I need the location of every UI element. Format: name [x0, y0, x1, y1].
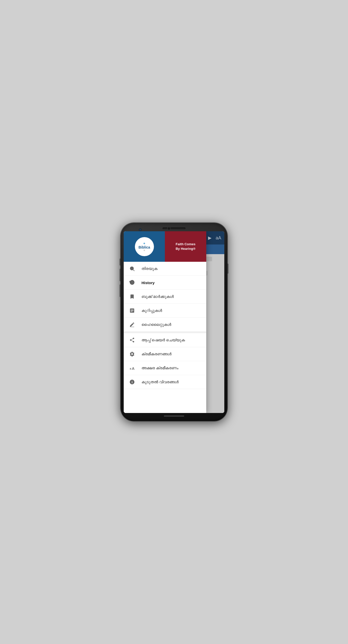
about-label: കൂടുതൽ വിവരങ്ങൾ	[141, 380, 179, 384]
notes-icon	[129, 307, 135, 314]
fcbh-section: Faith Comes By Hearing®	[165, 231, 206, 262]
phone-screen: ▶ aA മല ✦ Bibl	[124, 231, 224, 413]
history-label: History	[141, 281, 155, 285]
font-settings-label: അക്ഷര ക്രമീകരണം	[141, 366, 178, 370]
svg-line-1	[133, 270, 134, 271]
menu-item-search[interactable]: തിരയുക	[124, 262, 206, 276]
svg-point-8	[130, 339, 132, 341]
biblica-section: ✦ Biblica ®	[124, 231, 165, 262]
svg-rect-3	[131, 310, 134, 310]
drawer-menu: തിരയുക History	[124, 262, 206, 413]
speaker-grille	[163, 227, 185, 229]
menu-item-highlights[interactable]: ഹൈലൈറ്റുകൾ	[124, 318, 206, 332]
menu-item-history[interactable]: History	[124, 276, 206, 290]
share-label: ആപ്പ് ഷെയർ ചെയ്യുക	[141, 338, 185, 342]
volume-up-button	[120, 258, 121, 266]
svg-point-17	[132, 381, 132, 381]
svg-point-9	[133, 341, 134, 343]
history-icon	[129, 279, 135, 286]
menu-item-notes[interactable]: കുറിപ്പുകൾ	[124, 304, 206, 318]
menu-item-share[interactable]: ആപ്പ് ഷെയർ ചെയ്യുക	[124, 332, 206, 347]
settings-icon	[129, 351, 135, 357]
svg-point-0	[130, 267, 134, 270]
svg-rect-5	[131, 311, 133, 312]
svg-point-7	[133, 338, 134, 339]
logo-trademark: ®	[144, 249, 145, 252]
svg-line-10	[131, 340, 133, 341]
svg-text:A: A	[132, 366, 135, 371]
camera	[139, 228, 141, 231]
search-icon	[129, 265, 135, 272]
fcbh-line1: Faith Comes	[176, 242, 196, 246]
menu-item-about[interactable]: കൂടുതൽ വിവരങ്ങൾ	[124, 375, 206, 389]
fcbh-logo-text: Faith Comes By Hearing®	[176, 242, 195, 251]
highlight-icon	[129, 321, 135, 328]
biblica-name: Biblica	[138, 246, 150, 249]
menu-item-settings[interactable]: ക്രമീകരണങ്ങൾ	[124, 347, 206, 361]
font-icon: a A	[129, 365, 135, 371]
logo-star: ✦	[143, 241, 146, 246]
svg-line-11	[131, 339, 133, 340]
info-icon	[129, 379, 135, 385]
home-indicator	[164, 416, 184, 417]
power-button	[227, 264, 228, 274]
svg-rect-4	[131, 311, 134, 311]
font-size-icon: aA	[216, 235, 221, 241]
settings-label: ക്രമീകരണങ്ങൾ	[141, 352, 171, 356]
svg-text:a: a	[130, 367, 132, 370]
menu-item-font-settings[interactable]: a A അക്ഷര ക്രമീകരണം	[124, 361, 206, 375]
bookmarks-label: ബുക്ക് മാർക്കുകൾ	[141, 294, 174, 299]
fcbh-line2: By Hearing®	[176, 247, 195, 251]
drawer-header: ✦ Biblica ® Faith Comes By Hearing®	[124, 231, 206, 262]
svg-rect-6	[130, 327, 134, 327]
silent-button	[120, 284, 121, 297]
audio-icon: ▶	[208, 235, 212, 241]
search-label: തിരയുക	[141, 266, 157, 271]
bookmark-icon	[129, 293, 135, 300]
phone-frame: ▶ aA മല ✦ Bibl	[121, 223, 227, 421]
biblica-logo: ✦ Biblica ®	[135, 237, 154, 256]
highlights-label: ഹൈലൈറ്റുകൾ	[141, 322, 171, 327]
share-icon	[129, 337, 135, 343]
volume-down-button	[120, 269, 121, 281]
menu-item-bookmarks[interactable]: ബുക്ക് മാർക്കുകൾ	[124, 290, 206, 304]
navigation-drawer: ✦ Biblica ® Faith Comes By Hearing®	[124, 231, 206, 413]
notes-label: കുറിപ്പുകൾ	[141, 308, 162, 313]
